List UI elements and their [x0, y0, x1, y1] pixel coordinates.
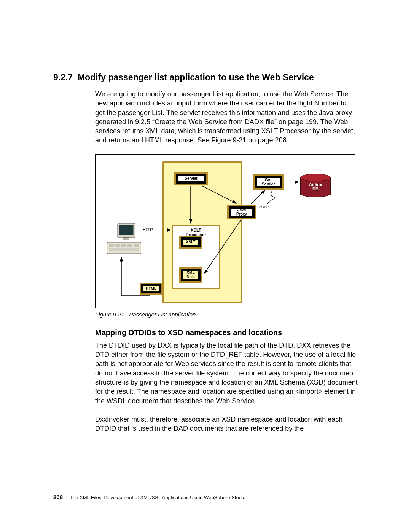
xslt-file-label: XSLT	[181, 237, 201, 247]
figure-caption: Figure 9-21 Passenger List application	[95, 311, 358, 318]
heading-number: 9.2.7	[53, 72, 73, 82]
svg-rect-3	[107, 242, 141, 254]
heading-title: Modify passenger list application to use…	[78, 72, 314, 82]
svg-line-13	[251, 190, 265, 204]
svg-rect-9	[109, 248, 139, 251]
airline-db-icon: Airline DB	[300, 174, 331, 196]
paragraph-mapping-2: DxxInvoker must, therefore, associate an…	[95, 415, 358, 433]
subheading-mapping: Mapping DTDIDs to XSD namespaces and loc…	[95, 328, 358, 337]
svg-rect-4	[109, 244, 114, 247]
paragraph-intro: We are going to modify our passenger Lis…	[95, 89, 358, 145]
figure-9-21: XSLT Processor Servlet Web Service Java …	[95, 154, 358, 308]
svg-rect-6	[121, 244, 126, 247]
figure-caption-label: Figure 9-21	[95, 311, 124, 318]
xml-data-box: XML Data	[179, 267, 202, 283]
xslt-file-box: XSLT	[179, 236, 202, 249]
web-service-box: Web Service	[253, 174, 284, 190]
web-service-label: Web Service	[255, 176, 282, 188]
page: 9.2.7 Modify passenger list application …	[0, 0, 411, 523]
html-box: HTML	[140, 283, 162, 295]
svg-rect-1	[119, 225, 133, 235]
page-footer: 208 The XML Files: Development of XML/XS…	[53, 494, 358, 500]
xml-data-label: XML Data	[181, 269, 201, 281]
servlet-box: Servlet	[174, 172, 208, 185]
svg-rect-5	[115, 244, 120, 247]
figure-caption-text: Passenger List application	[129, 311, 196, 318]
footer-title: The XML Files: Development of XML/XSL Ap…	[70, 495, 245, 500]
db-label-line2: DB	[312, 187, 319, 191]
java-proxy-label: Java Proxy	[229, 206, 255, 218]
xslt-proc-label-1: XSLT	[173, 228, 219, 232]
http-label: HTTP	[143, 228, 153, 232]
svg-rect-8	[134, 244, 139, 247]
diagram: XSLT Processor Servlet Web Service Java …	[95, 154, 355, 308]
paragraph-mapping-1: The DTDID used by DXX is typically the l…	[95, 341, 358, 406]
svg-rect-2	[124, 238, 129, 240]
client-computer-icon	[107, 223, 141, 256]
soap-label: SOAP	[259, 205, 269, 209]
servlet-label: Servlet	[176, 174, 206, 184]
java-proxy-box: Java Proxy	[227, 205, 256, 219]
section-heading: 9.2.7 Modify passenger list application …	[53, 72, 358, 83]
db-label-line1: Airline	[309, 182, 322, 187]
svg-rect-7	[127, 244, 132, 247]
html-label: HTML	[141, 284, 161, 293]
page-number: 208	[53, 494, 63, 500]
